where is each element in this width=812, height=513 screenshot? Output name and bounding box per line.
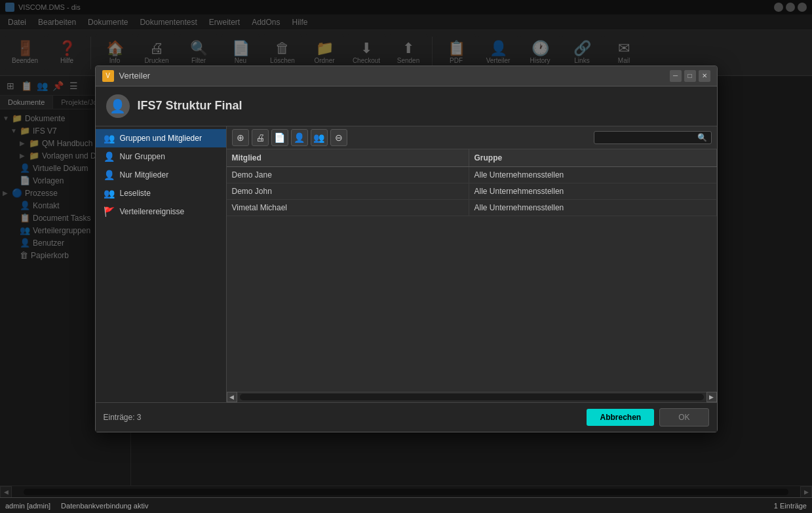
modal-header-title: IFS7 Struktur Final <box>138 99 242 113</box>
search-box: 🔍 <box>594 131 712 144</box>
modal-title-controls: ─ □ ✕ <box>670 70 710 82</box>
col-gruppe: Gruppe <box>469 149 717 166</box>
nav-icon-4: 👥 <box>104 188 115 199</box>
modal-verteiler: V Verteiler ─ □ ✕ 👤 IFS7 Struktur Final … <box>95 66 718 432</box>
modal-minimize-btn[interactable]: ─ <box>670 70 682 82</box>
content-tool-5[interactable]: 👥 <box>311 129 328 146</box>
status-user: admin [admin] <box>5 502 50 510</box>
modal-header-icon: 👤 <box>106 94 130 118</box>
entries-label: Einträge: 3 <box>104 413 582 422</box>
nav-gruppen-mitglieder[interactable]: 👥 Gruppen und Mitglieder <box>96 129 226 147</box>
table-scroll-right[interactable]: ▶ <box>706 392 717 402</box>
table-scroll-track[interactable] <box>240 394 704 400</box>
nav-label-3: Nur Mitglieder <box>120 170 169 180</box>
content-tool-4[interactable]: 👤 <box>291 129 308 146</box>
modal-nav: 👥 Gruppen und Mitglieder 👤 Nur Gruppen 👤… <box>96 126 227 402</box>
table-row[interactable]: Demo Jane Alle Unternehmensstellen <box>227 167 717 183</box>
modal-title-icon: V <box>102 70 114 82</box>
content-tool-1[interactable]: ⊕ <box>232 129 249 146</box>
nav-icon-1: 👥 <box>104 133 115 143</box>
nav-label-4: Leseliste <box>120 189 151 198</box>
content-tool-3[interactable]: 📄 <box>271 129 288 146</box>
cell-group-1: Alle Unternehmensstellen <box>469 167 717 183</box>
modal-header-user-icon: 👤 <box>109 98 126 114</box>
cell-member-3: Vimetal Michael <box>227 200 469 216</box>
nav-label-1: Gruppen und Mitglieder <box>120 134 202 143</box>
modal-close-btn[interactable]: ✕ <box>699 70 710 82</box>
table-row[interactable]: Vimetal Michael Alle Unternehmensstellen <box>227 200 717 216</box>
table-scroll-left[interactable]: ◀ <box>227 392 237 402</box>
modal-content: ⊕ 🖨 📄 👤 👥 ⊖ 🔍 Mitglied Gruppe <box>227 126 717 402</box>
table-header: Mitglied Gruppe <box>227 149 717 167</box>
modal-overlay: V Verteiler ─ □ ✕ 👤 IFS7 Struktur Final … <box>0 0 812 497</box>
status-entries: 1 Einträge <box>774 502 807 510</box>
nav-nur-gruppen[interactable]: 👤 Nur Gruppen <box>96 147 226 166</box>
nav-nur-mitglieder[interactable]: 👤 Nur Mitglieder <box>96 166 226 184</box>
status-bar: admin [admin] Datenbankverbindung aktiv … <box>0 497 812 513</box>
status-connection: Datenbankverbindung aktiv <box>61 502 148 510</box>
modal-body: 👥 Gruppen und Mitglieder 👤 Nur Gruppen 👤… <box>96 126 717 402</box>
cell-member-1: Demo Jane <box>227 167 469 183</box>
search-input[interactable] <box>598 134 695 142</box>
nav-label-5: Verteilerereignisse <box>120 207 185 216</box>
modal-maximize-btn[interactable]: □ <box>684 70 696 82</box>
nav-leseliste[interactable]: 👥 Leseliste <box>96 184 226 202</box>
table-horizontal-scrollbar: ◀ ▶ <box>227 392 717 402</box>
search-icon: 🔍 <box>697 133 707 142</box>
modal-title-text: Verteiler <box>119 71 665 81</box>
nav-icon-3: 👤 <box>104 170 115 180</box>
data-table: Mitglied Gruppe Demo Jane Alle Unternehm… <box>227 149 717 392</box>
cell-group-3: Alle Unternehmensstellen <box>469 200 717 216</box>
content-toolbar: ⊕ 🖨 📄 👤 👥 ⊖ 🔍 <box>227 126 717 149</box>
table-row[interactable]: Demo John Alle Unternehmensstellen <box>227 183 717 200</box>
nav-icon-5: 🚩 <box>104 206 115 217</box>
cell-member-2: Demo John <box>227 183 469 199</box>
nav-label-2: Nur Gruppen <box>120 152 165 161</box>
nav-verteilerereignisse[interactable]: 🚩 Verteilerereignisse <box>96 202 226 221</box>
modal-footer: Einträge: 3 Abbrechen OK <box>96 402 717 432</box>
cell-group-2: Alle Unternehmensstellen <box>469 183 717 199</box>
cancel-button[interactable]: Abbrechen <box>587 409 654 426</box>
modal-titlebar: V Verteiler ─ □ ✕ <box>96 66 717 86</box>
col-mitglied: Mitglied <box>227 149 469 166</box>
nav-icon-2: 👤 <box>104 151 115 162</box>
modal-header: 👤 IFS7 Struktur Final <box>96 86 717 126</box>
content-tool-2[interactable]: 🖨 <box>252 129 269 146</box>
content-tool-6[interactable]: ⊖ <box>330 129 347 146</box>
ok-button[interactable]: OK <box>659 408 708 427</box>
